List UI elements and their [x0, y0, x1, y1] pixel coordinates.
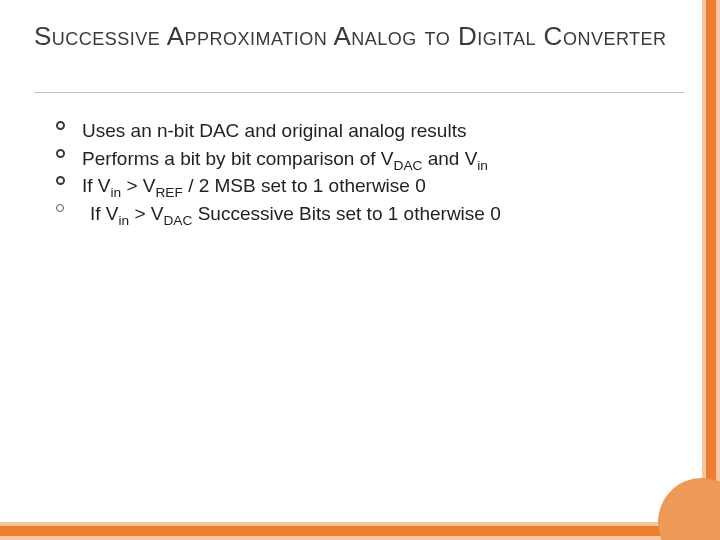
slide-title: Successive Approximation Analog to Digit…: [34, 20, 680, 53]
bullet-row: If Vin > VREF / 2 MSB set to 1 otherwise…: [48, 173, 664, 199]
hollow-circle-icon: [48, 176, 72, 185]
bullet-row: Uses an n-bit DAC and original analog re…: [48, 118, 664, 144]
bullet-row: Performs a bit by bit comparison of VDAC…: [48, 146, 664, 172]
slide: Successive Approximation Analog to Digit…: [0, 0, 720, 540]
hollow-circle-icon: [48, 149, 72, 158]
bottom-stripe-inner: [0, 526, 720, 536]
bullet-text: If Vin > VREF / 2 MSB set to 1 otherwise…: [82, 173, 664, 199]
right-stripe-inner: [706, 0, 716, 540]
title-underline: [34, 92, 684, 93]
bullet-text: Uses an n-bit DAC and original analog re…: [82, 118, 664, 144]
bullet-text: Performs a bit by bit comparison of VDAC…: [82, 146, 664, 172]
corner-circle-decoration: [658, 478, 720, 540]
hollow-circle-small-icon: [48, 204, 72, 212]
bullet-row: If Vin > VDAC Successive Bits set to 1 o…: [48, 201, 664, 227]
bullet-text: If Vin > VDAC Successive Bits set to 1 o…: [82, 201, 664, 227]
hollow-circle-icon: [48, 121, 72, 130]
slide-body: Uses an n-bit DAC and original analog re…: [48, 118, 664, 229]
